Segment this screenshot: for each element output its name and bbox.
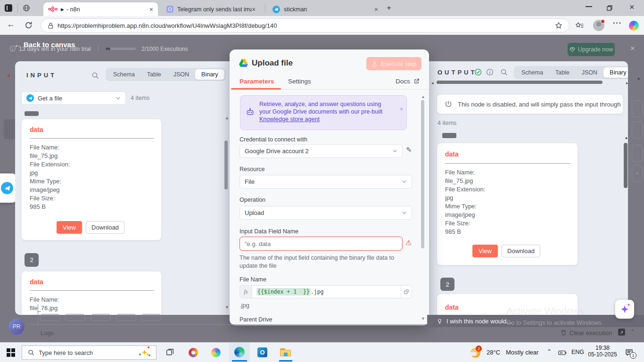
scroll-down-icon[interactable]: ▼ (421, 317, 425, 321)
lock-icon[interactable] (48, 22, 54, 29)
scroll-up-icon[interactable]: ▲ (421, 95, 425, 99)
canvas-control-dim (632, 122, 643, 139)
close-header-banner-icon[interactable]: × (630, 44, 635, 53)
popout-icon[interactable]: ↗ (618, 329, 625, 336)
output-scrollbar[interactable] (624, 143, 627, 188)
trash-icon[interactable] (560, 329, 567, 336)
modal-title: Upload file (252, 58, 293, 68)
taskbar-search-box[interactable]: Type here to search (22, 346, 157, 360)
collapse-chevron-icon[interactable]: ⌃ (630, 329, 635, 335)
file-name-expression-field[interactable]: fx {{$index + 1 }} .jpg (239, 285, 412, 298)
copilot-taskbar-icon[interactable] (211, 348, 221, 357)
expand-expression-icon[interactable] (401, 286, 412, 298)
close-tab-icon[interactable]: × (149, 6, 153, 13)
close-tab-icon[interactable]: × (374, 6, 378, 13)
credential-select[interactable]: Google Drive account 2 (239, 144, 403, 158)
weather-condition-text[interactable]: Mostly clear (506, 349, 538, 356)
browser-menu-icon[interactable]: ··· (613, 19, 622, 27)
edit-credential-icon[interactable]: ✎ (406, 146, 412, 154)
canvas-node-telegram[interactable] (0, 173, 17, 203)
close-window-button[interactable]: × (629, 2, 635, 12)
view-button[interactable]: View (472, 245, 498, 257)
tab-table[interactable]: Table (549, 67, 576, 78)
scroll-up-icon[interactable]: ▲ (225, 116, 229, 120)
hscroll-track[interactable] (437, 81, 625, 84)
tabs-overflow-icon[interactable]: ▸ (638, 75, 641, 82)
close-tab-icon[interactable]: × (252, 6, 256, 13)
hscroll-thumb[interactable] (437, 81, 603, 84)
resource-label: Resource (239, 166, 265, 173)
minimize-button[interactable] (586, 6, 592, 7)
url-bar[interactable]: https://problemhiproblem.app.n8n.cloud/w… (41, 18, 570, 33)
edge-active-slot[interactable] (229, 343, 250, 362)
language-indicator[interactable]: ENG (571, 349, 584, 355)
globe-icon[interactable] (23, 4, 30, 12)
input-scrollbar[interactable] (224, 140, 228, 189)
view-button[interactable]: View (57, 221, 82, 234)
tab-table[interactable]: Table (141, 69, 167, 80)
input-data-field-input[interactable] (239, 237, 403, 251)
app-swirl-icon[interactable] (189, 348, 198, 357)
scroll-down-icon[interactable]: ▼ (225, 305, 229, 310)
refresh-icon[interactable] (25, 21, 33, 29)
clock[interactable]: 19:38 05-10-2025 (585, 345, 620, 361)
copilot-icon[interactable] (629, 21, 639, 31)
tip-text[interactable]: I wish this node would... (446, 318, 512, 325)
clear-execution-button[interactable]: Clear execution (570, 329, 612, 337)
upgrade-now-button[interactable]: Upgrade now (568, 43, 615, 56)
battery-icon[interactable] (558, 350, 567, 355)
tab-json[interactable]: JSON (576, 67, 603, 78)
favorites-bar-icon[interactable] (575, 22, 584, 29)
resource-select[interactable]: File (239, 175, 412, 189)
search-icon[interactable] (91, 72, 99, 79)
start-button[interactable] (7, 348, 15, 357)
tab-workspaces-icon[interactable] (5, 4, 12, 12)
browser-tab-telegram-thread[interactable]: Telegram only sends last image wi × (163, 2, 264, 16)
new-tab-button[interactable]: + (387, 3, 391, 13)
field-value: file_75.jpg (445, 177, 473, 185)
task-view-icon[interactable] (166, 348, 174, 356)
tab-schema[interactable]: Schema (515, 67, 549, 78)
expression-chip[interactable]: {{$index + 1 }} (256, 288, 311, 296)
knowledge-store-link[interactable]: Knowledge store agent (259, 116, 320, 123)
execute-step-button[interactable]: Execute step (366, 57, 421, 70)
weather-icon[interactable]: 2 (470, 346, 482, 359)
favorite-star-icon[interactable] (555, 22, 562, 29)
tab-parameters[interactable]: Parameters (239, 78, 274, 85)
url-text[interactable]: https://problemhiproblem.app.n8n.cloud/w… (58, 22, 555, 29)
close-callout-icon[interactable]: × (400, 106, 403, 113)
sparkle-small-icon (627, 303, 631, 307)
edge-icon (234, 347, 245, 357)
tab-json[interactable]: JSON (167, 69, 195, 80)
download-button[interactable]: Download (502, 245, 540, 257)
scroll-up-icon[interactable]: ▲ (624, 136, 628, 140)
ai-assistant-button[interactable] (615, 300, 634, 319)
logs-label[interactable]: Logs (41, 329, 54, 337)
file-explorer-icon[interactable] (280, 348, 291, 356)
user-avatar[interactable]: PR (8, 319, 25, 335)
info-icon[interactable] (486, 68, 494, 76)
docs-link[interactable]: Docs (396, 78, 410, 85)
tab-binary[interactable]: Binary (195, 69, 224, 80)
node-disabled-notice: This node is disabled, and will simply p… (437, 94, 623, 114)
browser-tab-stickman[interactable]: stickman × (269, 2, 382, 16)
temperature-text[interactable]: 28°C (487, 349, 500, 356)
tab-schema[interactable]: Schema (107, 69, 141, 80)
operation-select[interactable]: Upload (239, 206, 412, 220)
outlook-icon[interactable]: O (257, 347, 267, 357)
browser-tab-n8n[interactable]: ▶ - n8n × (43, 2, 158, 16)
tab-binary[interactable]: Binary (603, 67, 628, 78)
tray-expand-chevron[interactable]: ⌃ (547, 348, 552, 355)
download-button[interactable]: Download (86, 221, 124, 234)
search-icon[interactable] (500, 68, 508, 76)
hscroll-left-icon[interactable]: ◂ (431, 81, 434, 85)
tab-settings[interactable]: Settings (288, 78, 311, 85)
hscroll-right-icon[interactable]: ▸ (626, 81, 628, 85)
external-link-icon[interactable] (413, 78, 420, 84)
expression-suffix[interactable]: .jpg (311, 288, 401, 295)
restore-button[interactable] (606, 5, 613, 11)
upload-file-modal: Upload file Execute step Parameters Sett… (230, 49, 429, 325)
back-icon[interactable]: ← (7, 19, 15, 29)
input-source-select[interactable]: Get a file (21, 91, 126, 105)
modal-scrollbar[interactable] (421, 100, 424, 248)
